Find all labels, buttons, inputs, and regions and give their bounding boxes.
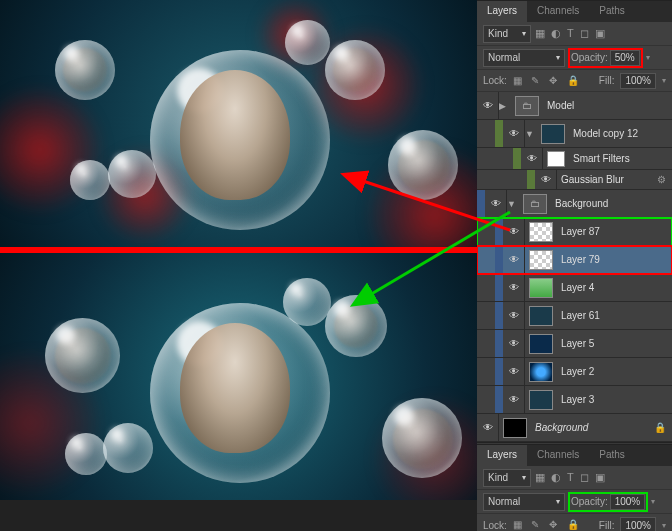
tab-paths[interactable]: Paths xyxy=(589,445,635,466)
filter-adjust-icon[interactable]: ◐ xyxy=(551,471,561,484)
lock-transparent-icon[interactable]: ▦ xyxy=(513,519,525,531)
filter-smart-icon[interactable]: ▣ xyxy=(595,471,605,484)
filter-adjust-icon[interactable]: ◐ xyxy=(551,27,561,40)
visibility-toggle[interactable]: 👁 xyxy=(503,218,525,245)
lock-pixels-icon[interactable]: ✎ xyxy=(531,519,543,531)
filter-kind-dropdown[interactable]: Kind xyxy=(483,25,531,43)
layer-name: Layer 2 xyxy=(557,366,672,377)
lock-row: Lock: ▦ ✎ ✥ 🔒 Fill: 100% ▾ xyxy=(477,514,672,531)
lock-pixels-icon[interactable]: ✎ xyxy=(531,75,543,87)
layer-thumbnail xyxy=(529,250,553,270)
tab-layers[interactable]: Layers xyxy=(477,445,527,466)
layer-layer-3[interactable]: 👁 Layer 3 xyxy=(477,386,672,414)
layer-name: Background xyxy=(551,198,672,209)
filter-pixel-icon[interactable]: ▦ xyxy=(535,471,545,484)
layer-name: Gaussian Blur xyxy=(557,174,657,185)
visibility-toggle[interactable]: 👁 xyxy=(477,414,499,441)
filter-pixel-icon[interactable]: ▦ xyxy=(535,27,545,40)
lock-position-icon[interactable]: ✥ xyxy=(549,75,561,87)
layer-name: Background xyxy=(531,422,654,433)
layer-name: Layer 5 xyxy=(557,338,672,349)
panel-tabs: Layers Channels Paths xyxy=(477,444,672,466)
tab-paths[interactable]: Paths xyxy=(589,1,635,22)
lock-all-icon[interactable]: 🔒 xyxy=(567,75,579,87)
layer-thumbnail xyxy=(529,390,553,410)
layer-model-copy-12[interactable]: 👁 ▼ Model copy 12 xyxy=(477,120,672,148)
layer-name: Layer 79 xyxy=(557,254,672,265)
blend-mode-dropdown[interactable]: Normal xyxy=(483,49,565,67)
filter-row: Kind ▦ ◐ T ◻ ▣ xyxy=(477,466,672,490)
layer-name: Smart Filters xyxy=(569,153,672,164)
opacity-label: Opacity: xyxy=(571,52,608,63)
layer-layer-4[interactable]: 👁 Layer 4 xyxy=(477,274,672,302)
lock-icon: 🔒 xyxy=(654,422,672,433)
filter-type-icon[interactable]: T xyxy=(567,471,574,484)
smart-filters-row[interactable]: 👁 Smart Filters xyxy=(477,148,672,170)
blend-row: Normal Opacity: 50% ▾ xyxy=(477,46,672,70)
tab-layers[interactable]: Layers xyxy=(477,1,527,22)
filter-options-icon[interactable]: ⚙ xyxy=(657,174,672,185)
fill-label: Fill: xyxy=(599,75,615,86)
layers-list: 👁 ▶ 🗀 Model 👁 ▼ Model copy 12 👁 Smart Fi… xyxy=(477,92,672,442)
filter-gaussian-blur[interactable]: 👁 Gaussian Blur ⚙ xyxy=(477,170,672,190)
filter-shape-icon[interactable]: ◻ xyxy=(580,27,589,40)
layer-name: Model copy 12 xyxy=(569,128,672,139)
lock-label: Lock: xyxy=(483,75,507,86)
layer-layer-79[interactable]: 👁 Layer 79 xyxy=(477,246,672,274)
layer-background-locked[interactable]: 👁 Background 🔒 xyxy=(477,414,672,442)
visibility-toggle[interactable]: 👁 xyxy=(503,386,525,413)
layer-layer-87[interactable]: 👁 Layer 87 xyxy=(477,218,672,246)
fill-value[interactable]: 100% xyxy=(620,517,656,531)
layer-layer-61[interactable]: 👁 Layer 61 xyxy=(477,302,672,330)
layer-group-model[interactable]: 👁 ▶ 🗀 Model xyxy=(477,92,672,120)
layer-thumbnail xyxy=(529,222,553,242)
opacity-value[interactable]: 50% xyxy=(610,50,640,66)
blend-row: Normal Opacity: 100% ▾ xyxy=(477,490,672,514)
layer-thumbnail xyxy=(503,418,527,438)
layer-thumbnail xyxy=(529,278,553,298)
panel-tabs: Layers Channels Paths xyxy=(477,0,672,22)
lock-row: Lock: ▦ ✎ ✥ 🔒 Fill: 100% ▾ xyxy=(477,70,672,92)
layer-name: Layer 61 xyxy=(557,310,672,321)
folder-icon: 🗀 xyxy=(515,96,539,116)
visibility-toggle[interactable]: 👁 xyxy=(503,302,525,329)
tab-channels[interactable]: Channels xyxy=(527,1,589,22)
visibility-toggle[interactable]: 👁 xyxy=(485,190,507,217)
layer-name: Layer 87 xyxy=(557,226,672,237)
fill-label: Fill: xyxy=(599,520,615,531)
layers-panel-bottom: Layers Channels Paths Kind ▦ ◐ T ◻ ▣ Nor… xyxy=(477,444,672,531)
visibility-toggle[interactable]: 👁 xyxy=(503,274,525,301)
visibility-toggle[interactable]: 👁 xyxy=(503,330,525,357)
canvas-bottom-preview xyxy=(0,253,477,500)
lock-label: Lock: xyxy=(483,520,507,531)
folder-icon: 🗀 xyxy=(523,194,547,214)
blend-mode-dropdown[interactable]: Normal xyxy=(483,493,565,511)
visibility-toggle[interactable]: 👁 xyxy=(535,170,557,189)
canvas-top-preview xyxy=(0,0,477,247)
filter-smart-icon[interactable]: ▣ xyxy=(595,27,605,40)
lock-position-icon[interactable]: ✥ xyxy=(549,519,561,531)
visibility-toggle[interactable]: 👁 xyxy=(503,246,525,273)
lock-transparent-icon[interactable]: ▦ xyxy=(513,75,525,87)
layer-thumbnail xyxy=(529,306,553,326)
visibility-toggle[interactable]: 👁 xyxy=(503,358,525,385)
layer-thumbnail xyxy=(529,334,553,354)
layer-group-background[interactable]: 👁 ▼ 🗀 Background xyxy=(477,190,672,218)
visibility-toggle[interactable]: 👁 xyxy=(503,120,525,147)
tab-channels[interactable]: Channels xyxy=(527,445,589,466)
fill-value[interactable]: 100% xyxy=(620,73,656,89)
layer-name: Layer 4 xyxy=(557,282,672,293)
layer-name: Model xyxy=(543,100,672,111)
visibility-toggle[interactable]: 👁 xyxy=(477,92,499,119)
opacity-value[interactable]: 100% xyxy=(610,494,646,510)
layer-layer-2[interactable]: 👁 Layer 2 xyxy=(477,358,672,386)
opacity-label: Opacity: xyxy=(571,496,608,507)
filter-type-icon[interactable]: T xyxy=(567,27,574,40)
canvas-area xyxy=(0,0,477,531)
visibility-toggle[interactable]: 👁 xyxy=(521,148,543,169)
filter-shape-icon[interactable]: ◻ xyxy=(580,471,589,484)
layer-thumbnail xyxy=(541,124,565,144)
lock-all-icon[interactable]: 🔒 xyxy=(567,519,579,531)
layer-layer-5[interactable]: 👁 Layer 5 xyxy=(477,330,672,358)
filter-kind-dropdown[interactable]: Kind xyxy=(483,469,531,487)
